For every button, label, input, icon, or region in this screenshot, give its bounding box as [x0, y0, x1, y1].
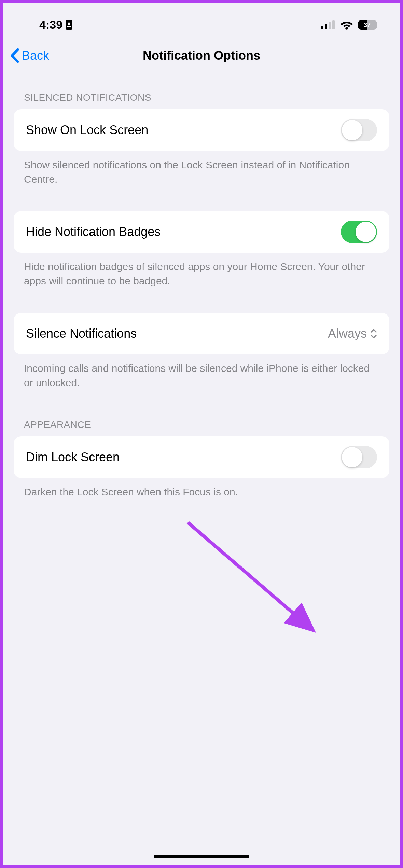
row-label: Dim Lock Screen — [26, 450, 120, 464]
content: SILENCED NOTIFICATIONS Show On Lock Scre… — [0, 92, 403, 499]
row-label: Silence Notifications — [26, 326, 137, 341]
toggle-knob — [342, 447, 362, 467]
wifi-icon — [340, 20, 353, 30]
back-label: Back — [22, 48, 49, 63]
toggle-show-on-lock-screen[interactable] — [341, 119, 377, 141]
footer-show-on-lock-screen: Show silenced notifications on the Lock … — [14, 151, 389, 186]
value-text: Always — [328, 326, 367, 341]
toggle-knob — [356, 222, 376, 242]
toggle-hide-notification-badges[interactable] — [341, 221, 377, 243]
svg-rect-0 — [66, 20, 72, 30]
home-indicator[interactable] — [154, 855, 249, 858]
row-hide-notification-badges[interactable]: Hide Notification Badges — [14, 211, 389, 253]
battery-icon: 37 — [358, 20, 379, 30]
section-header-silenced: SILENCED NOTIFICATIONS — [14, 92, 389, 109]
footer-silence-notifications: Incoming calls and notifications will be… — [14, 354, 389, 390]
toggle-dim-lock-screen[interactable] — [341, 446, 377, 468]
chevron-left-icon — [10, 48, 19, 63]
toggle-knob — [342, 120, 362, 140]
row-value: Always — [328, 326, 377, 341]
footer-dim-lock-screen: Darken the Lock Screen when this Focus i… — [14, 478, 389, 499]
row-show-on-lock-screen[interactable]: Show On Lock Screen — [14, 109, 389, 151]
status-bar: 4:39 37 — [0, 0, 403, 39]
row-silence-notifications[interactable]: Silence Notifications Always — [14, 313, 389, 354]
chevron-up-down-icon — [370, 328, 377, 339]
svg-rect-5 — [332, 20, 335, 29]
status-icons: 37 — [321, 20, 379, 30]
svg-rect-3 — [325, 24, 327, 29]
svg-rect-2 — [321, 26, 323, 29]
svg-point-6 — [345, 27, 348, 30]
nav-bar: Back Notification Options — [0, 39, 403, 72]
row-label: Show On Lock Screen — [26, 123, 148, 137]
row-dim-lock-screen[interactable]: Dim Lock Screen — [14, 436, 389, 478]
back-button[interactable]: Back — [10, 48, 49, 63]
svg-point-1 — [68, 22, 70, 25]
time-text: 4:39 — [39, 18, 62, 31]
svg-rect-4 — [329, 22, 331, 29]
section-header-appearance: APPEARANCE — [14, 406, 389, 436]
cellular-icon — [321, 20, 335, 29]
svg-text:37: 37 — [364, 22, 371, 28]
status-time: 4:39 — [39, 18, 73, 31]
id-card-icon — [65, 20, 73, 30]
row-label: Hide Notification Badges — [26, 225, 161, 239]
footer-hide-notification-badges: Hide notification badges of silenced app… — [14, 253, 389, 288]
page-title: Notification Options — [10, 48, 393, 63]
